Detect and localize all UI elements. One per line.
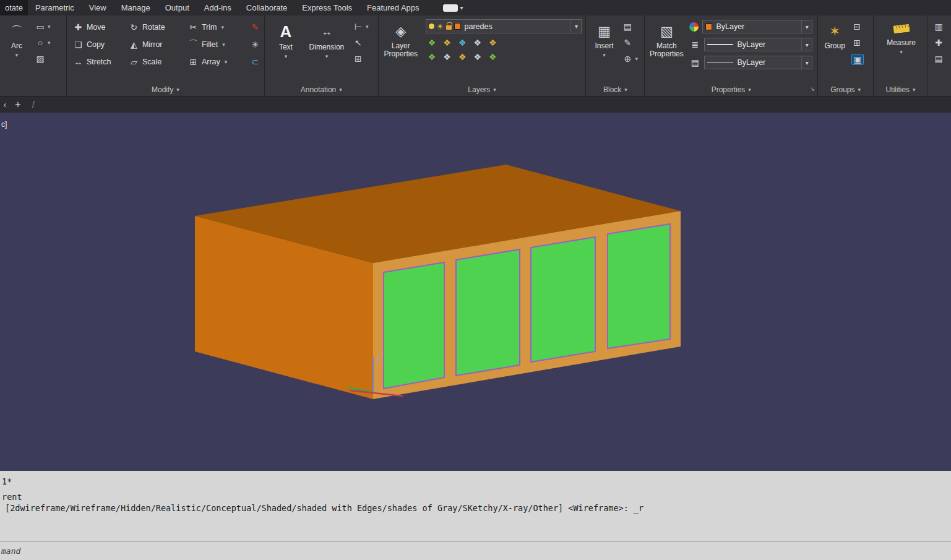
panel-label-groups[interactable]: Groups ▾ [818, 83, 873, 96]
edit-block-button[interactable]: ✎ [622, 38, 638, 48]
layer-walk-icon[interactable]: ❖ [489, 52, 497, 62]
scale-button[interactable]: ▱ Scale [127, 56, 187, 67]
menu-tab-annotate[interactable]: otate [0, 0, 28, 15]
menu-tab-parametric[interactable]: Parametric [28, 0, 82, 15]
group-edit-button[interactable]: ⊞ [851, 38, 864, 48]
rotate-button[interactable]: ↻ Rotate [127, 22, 187, 33]
layer-unisolate-icon[interactable]: ❖ [443, 38, 451, 48]
match-properties-button[interactable]: ▧ Match Properties [647, 17, 686, 83]
window-4[interactable] [608, 224, 670, 348]
object-color-dropdown[interactable]: ByLayer ▾ [702, 20, 812, 33]
layers-panel-caret-icon[interactable]: ▾ [493, 87, 496, 93]
panel-label-annotation[interactable]: Annotation ▾ [265, 83, 378, 96]
stretch-button[interactable]: ↔ Stretch [72, 56, 127, 67]
fillet-button[interactable]: ⌒ Fillet ▾ [187, 38, 249, 51]
leader-button[interactable]: ↖ [353, 38, 369, 48]
trim-button[interactable]: ✂ Trim ▾ [187, 22, 249, 33]
layer-lock-icon[interactable] [446, 25, 452, 30]
drawing-viewport[interactable]: c] Z [0, 113, 951, 471]
dimension-button[interactable]: ↔ Dimension ▾ [306, 17, 348, 83]
hatch-tool-button[interactable]: ▨ [35, 54, 51, 64]
ribbon-state-pill-icon[interactable] [443, 4, 458, 12]
properties-panel-caret-icon[interactable]: ▾ [748, 87, 751, 93]
panel-label-modify[interactable]: Modify ▾ [67, 83, 264, 96]
explode-button[interactable]: ✳ [249, 38, 264, 51]
ungroup-button[interactable]: ⊟ [851, 22, 864, 32]
layer-freeze-icon[interactable]: ❖ [458, 38, 467, 48]
layer-make-current-icon[interactable]: ❖ [428, 52, 436, 62]
layer-properties-button[interactable]: ◈ Layer Properties [381, 17, 421, 83]
linetype-caret-icon[interactable]: ▾ [801, 56, 812, 69]
window-1[interactable] [384, 262, 444, 389]
ribbon-state-caret-icon[interactable]: ▾ [460, 4, 463, 11]
ellipse-tool-button[interactable]: ○ ▾ [35, 38, 51, 48]
measure-button[interactable]: Measure ▾ [883, 17, 920, 83]
panel-label-layers[interactable]: Layers ▾ [379, 83, 586, 96]
group-selection-toggle-button[interactable]: ▣ [851, 54, 864, 65]
menu-tab-collaborate[interactable]: Collaborate [239, 0, 295, 15]
arc-caret-icon[interactable]: ▾ [15, 51, 19, 59]
command-prompt-options[interactable]: [2dwireframe/Wireframe/Hidden/Realistic/… [0, 503, 951, 513]
block-attributes-button[interactable]: ⊕ ▾ [622, 54, 638, 64]
window-3[interactable] [531, 237, 595, 362]
layer-dropdown-caret-icon[interactable]: ▾ [570, 20, 581, 33]
dimension-style-button[interactable]: ⊢ ▾ [353, 22, 369, 32]
layer-on-icon[interactable] [429, 24, 434, 29]
fillet-caret-icon[interactable]: ▾ [222, 41, 225, 48]
create-block-button[interactable]: ▤ [622, 22, 638, 32]
group-button[interactable]: ✶ Group [820, 17, 849, 83]
arc-button[interactable]: ⌒ Arc ▾ [2, 17, 31, 83]
offset-button[interactable]: ⊂ [249, 56, 264, 67]
text-button[interactable]: A Text ▾ [271, 17, 301, 83]
command-history[interactable]: 1* rent [2dwireframe/Wireframe/Hidden/Re… [0, 471, 951, 541]
text-caret-icon[interactable]: ▾ [285, 53, 288, 61]
menu-tab-featured-apps[interactable]: Featured Apps [359, 0, 427, 15]
linetype-dropdown[interactable]: ByLayer ▾ [704, 56, 812, 69]
window-2[interactable] [456, 249, 520, 376]
layer-dropdown[interactable]: ☀ paredes ▾ [426, 19, 582, 33]
menu-tab-output[interactable]: Output [158, 0, 197, 15]
rectangle-tool-button[interactable]: ▭ ▾ [35, 22, 51, 32]
panel-label-block[interactable]: Block ▾ [586, 83, 644, 96]
linetype-list-icon[interactable]: ▤ [689, 58, 700, 67]
menu-tab-manage[interactable]: Manage [114, 0, 158, 15]
menu-tab-view[interactable]: View [82, 0, 114, 15]
erase-button[interactable]: ✎ [249, 22, 264, 33]
layer-match-icon[interactable]: ❖ [443, 52, 451, 62]
command-input-text[interactable]: mand [1, 546, 20, 556]
menu-tab-express-tools[interactable]: Express Tools [295, 0, 359, 15]
menu-tab-addins[interactable]: Add-ins [197, 0, 239, 15]
layer-previous-icon[interactable]: ❖ [458, 52, 467, 62]
ellipse-caret-icon[interactable]: ▾ [48, 40, 51, 46]
array-caret-icon[interactable]: ▾ [225, 59, 228, 65]
insert-button[interactable]: ▦ Insert ▾ [588, 17, 619, 83]
copy-clip-button[interactable]: ✚ [933, 38, 944, 48]
lineweight-caret-icon[interactable]: ▾ [801, 38, 812, 51]
new-drawing-tab-button[interactable]: + [10, 99, 26, 110]
table-button[interactable]: ⊞ [353, 54, 369, 64]
dimension-caret-icon[interactable]: ▾ [325, 53, 329, 61]
layer-color-swatch[interactable] [454, 23, 461, 30]
annotation-panel-caret-icon[interactable]: ▾ [339, 87, 342, 93]
layer-off-icon[interactable]: ❖ [489, 38, 497, 48]
insert-caret-icon[interactable]: ▾ [603, 51, 606, 59]
color-wheel-icon[interactable] [689, 22, 699, 32]
paste-button[interactable]: ▥ [933, 22, 944, 32]
lineweight-list-icon[interactable]: ≣ [689, 40, 700, 50]
utilities-panel-caret-icon[interactable]: ▾ [913, 87, 916, 93]
mirror-button[interactable]: ◭ Mirror [127, 38, 187, 51]
layer-lock-tool-icon[interactable]: ❖ [473, 38, 481, 48]
dimension-style-caret-icon[interactable]: ▾ [366, 24, 369, 30]
trim-caret-icon[interactable]: ▾ [221, 24, 224, 30]
block-attributes-caret-icon[interactable]: ▾ [635, 56, 638, 62]
measure-caret-icon[interactable]: ▾ [900, 48, 903, 56]
copy-button[interactable]: ❏ Copy [72, 38, 127, 51]
array-button[interactable]: ⊞ Array ▾ [187, 56, 249, 67]
model-canvas[interactable]: Z [0, 113, 951, 471]
rectangle-caret-icon[interactable]: ▾ [48, 24, 51, 30]
block-panel-caret-icon[interactable]: ▾ [624, 87, 627, 93]
command-input-strip[interactable]: mand [0, 541, 951, 560]
groups-panel-caret-icon[interactable]: ▾ [858, 87, 861, 93]
layer-unlock-icon[interactable]: ❖ [473, 52, 481, 62]
tab-scroll-left-icon[interactable]: ‹ [0, 100, 10, 110]
